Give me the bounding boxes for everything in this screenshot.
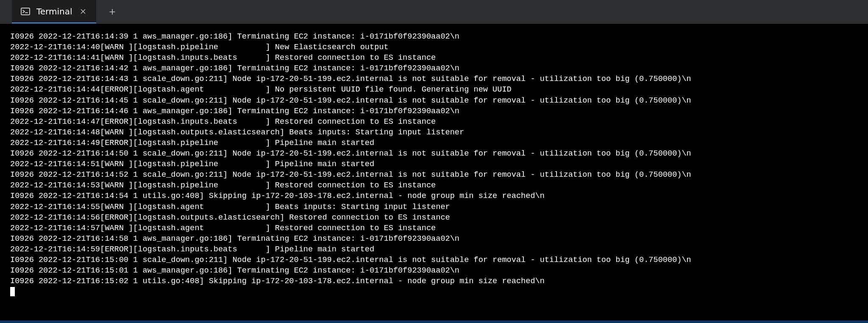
log-line: I0926 2022-12-21T16:15:00 1 scale_down.g… xyxy=(10,256,691,265)
log-line: 2022-12-21T16:14:41[WARN ][logstash.inpu… xyxy=(10,53,436,62)
log-line: I0926 2022-12-21T16:14:43 1 scale_down.g… xyxy=(10,75,691,84)
log-line: I0926 2022-12-21T16:14:45 1 scale_down.g… xyxy=(10,96,691,105)
log-line: 2022-12-21T16:14:57[WARN ][logstash.agen… xyxy=(10,224,436,233)
log-line: 2022-12-21T16:14:53[WARN ][logstash.pipe… xyxy=(10,181,436,190)
log-line: I0926 2022-12-21T16:15:01 1 aws_manager.… xyxy=(10,266,459,275)
log-line: I0926 2022-12-21T16:14:42 1 aws_manager.… xyxy=(10,64,459,73)
terminal-icon xyxy=(20,6,31,17)
svg-rect-0 xyxy=(21,8,30,15)
terminal-output[interactable]: I0926 2022-12-21T16:14:39 1 aws_manager.… xyxy=(0,24,868,320)
log-line: I0926 2022-12-21T16:15:02 1 utils.go:408… xyxy=(10,277,545,286)
status-line xyxy=(0,320,868,323)
log-line: 2022-12-21T16:14:59[ERROR][logstash.inpu… xyxy=(10,245,374,254)
log-line: 2022-12-21T16:14:55[WARN ][logstash.agen… xyxy=(10,203,450,212)
log-line: I0926 2022-12-21T16:14:46 1 aws_manager.… xyxy=(10,107,459,116)
log-line: 2022-12-21T16:14:56[ERROR][logstash.outp… xyxy=(10,213,450,222)
cursor xyxy=(10,287,15,296)
log-line: I0926 2022-12-21T16:14:39 1 aws_manager.… xyxy=(10,32,459,41)
log-line: I0926 2022-12-21T16:14:54 1 utils.go:408… xyxy=(10,192,545,200)
close-icon[interactable] xyxy=(78,7,88,16)
log-line: 2022-12-21T16:14:48[WARN ][logstash.outp… xyxy=(10,128,464,137)
new-tab-button[interactable] xyxy=(106,6,118,18)
log-line: 2022-12-21T16:14:47[ERROR][logstash.inpu… xyxy=(10,117,436,126)
log-line: 2022-12-21T16:14:40[WARN ][logstash.pipe… xyxy=(10,43,389,52)
log-line: 2022-12-21T16:14:51[WARN ][logstash.pipe… xyxy=(10,160,374,169)
log-line: I0926 2022-12-21T16:14:58 1 aws_manager.… xyxy=(10,234,459,243)
tab-terminal[interactable]: Terminal xyxy=(12,0,96,23)
log-line: 2022-12-21T16:14:49[ERROR][logstash.pipe… xyxy=(10,139,374,148)
tab-bar: Terminal xyxy=(0,0,868,24)
tab-label: Terminal xyxy=(36,6,72,17)
log-line: 2022-12-21T16:14:44[ERROR][logstash.agen… xyxy=(10,85,512,94)
log-line: I0926 2022-12-21T16:14:52 1 scale_down.g… xyxy=(10,170,691,179)
log-line: I0926 2022-12-21T16:14:50 1 scale_down.g… xyxy=(10,149,691,158)
